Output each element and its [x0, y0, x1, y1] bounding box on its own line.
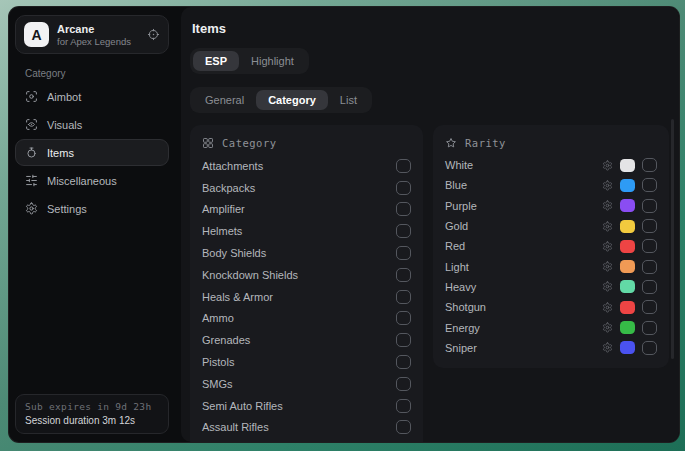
category-label: Grenades — [202, 334, 396, 346]
loot-icon — [25, 146, 38, 159]
sliders-icon — [25, 174, 38, 187]
color-swatch[interactable] — [620, 240, 635, 253]
gear-icon[interactable] — [602, 221, 613, 232]
checkbox[interactable] — [396, 420, 411, 434]
desktop-background: A Arcane for Apex Legends Category Aimbo… — [0, 0, 685, 451]
checkbox[interactable] — [396, 246, 411, 260]
sidebar-item-label: Settings — [47, 203, 87, 215]
category-row-lmgs: LMGs — [202, 438, 411, 442]
sidebar-item-miscellaneous[interactable]: Miscellaneous — [15, 167, 169, 194]
crosshair-icon — [25, 90, 38, 103]
checkbox[interactable] — [396, 399, 411, 413]
gear-icon[interactable] — [602, 241, 613, 252]
tab-highlight[interactable]: Highlight — [239, 51, 306, 71]
checkbox[interactable] — [396, 202, 411, 216]
rarity-label: Sniper — [445, 342, 602, 354]
rarity-row-light: Light — [445, 256, 657, 276]
checkbox[interactable] — [642, 300, 657, 314]
rarity-label: Gold — [445, 220, 602, 232]
checkbox[interactable] — [396, 290, 411, 304]
rarity-label: Red — [445, 240, 602, 252]
sidebar: A Arcane for Apex Legends Category Aimbo… — [9, 7, 175, 442]
tab-general[interactable]: General — [193, 90, 256, 110]
panels: Category AttachmentsBackpacksAmplifierHe… — [190, 125, 669, 442]
app-window: A Arcane for Apex Legends Category Aimbo… — [8, 6, 680, 443]
sub-expiry-text: Sub expires in 9d 23h — [25, 401, 159, 412]
sidebar-spacer — [15, 223, 169, 394]
rarity-row-red: Red — [445, 236, 657, 256]
rarity-row-heavy: Heavy — [445, 277, 657, 297]
category-label: Heals & Armor — [202, 291, 396, 303]
gear-icon[interactable] — [602, 160, 613, 171]
checkbox[interactable] — [642, 199, 657, 213]
color-swatch[interactable] — [620, 260, 635, 273]
checkbox[interactable] — [642, 158, 657, 172]
color-swatch[interactable] — [620, 280, 635, 293]
checkbox[interactable] — [396, 181, 411, 195]
category-label: Assault Rifles — [202, 421, 396, 433]
main-panel: Items ESPHighlight GeneralCategoryList C… — [181, 7, 679, 442]
rarity-label: Light — [445, 261, 602, 273]
color-swatch[interactable] — [620, 179, 635, 192]
category-row-knockdown-shields: Knockdown Shields — [202, 264, 411, 286]
checkbox[interactable] — [642, 260, 657, 274]
checkbox[interactable] — [396, 224, 411, 238]
checkbox[interactable] — [642, 239, 657, 253]
rarity-row-sniper: Sniper — [445, 338, 657, 358]
category-label: Helmets — [202, 225, 396, 237]
tab-category[interactable]: Category — [256, 90, 328, 110]
category-row-ammo: Ammo — [202, 308, 411, 330]
tab-list[interactable]: List — [328, 90, 369, 110]
sidebar-item-items[interactable]: Items — [15, 139, 169, 166]
gear-icon[interactable] — [602, 180, 613, 191]
color-swatch[interactable] — [620, 341, 635, 354]
gear-icon[interactable] — [602, 342, 613, 353]
color-swatch[interactable] — [620, 301, 635, 314]
checkbox[interactable] — [642, 321, 657, 335]
color-swatch[interactable] — [620, 199, 635, 212]
rarity-row-gold: Gold — [445, 216, 657, 236]
rarity-label: Blue — [445, 179, 602, 191]
category-label: Ammo — [202, 312, 396, 324]
color-swatch[interactable] — [620, 220, 635, 233]
category-row-helmets: Helmets — [202, 220, 411, 242]
sidebar-item-aimbot[interactable]: Aimbot — [15, 83, 169, 110]
checkbox[interactable] — [396, 377, 411, 391]
rarity-row-blue: Blue — [445, 175, 657, 195]
gear-icon[interactable] — [602, 322, 613, 333]
app-subtitle: for Apex Legends — [57, 36, 139, 47]
view-tabs: GeneralCategoryList — [190, 87, 372, 113]
session-duration-text: Session duration 3m 12s — [25, 415, 159, 426]
rarity-panel: Rarity WhiteBluePurpleGoldRedLightHeavyS… — [433, 125, 669, 368]
rarity-label: Purple — [445, 200, 602, 212]
checkbox[interactable] — [396, 159, 411, 173]
checkbox[interactable] — [642, 219, 657, 233]
checkbox[interactable] — [642, 280, 657, 294]
checkbox[interactable] — [396, 311, 411, 325]
scan-eye-icon — [25, 118, 38, 131]
checkbox[interactable] — [642, 178, 657, 192]
sidebar-item-label: Items — [47, 147, 74, 159]
checkbox[interactable] — [396, 268, 411, 282]
app-name: Arcane — [57, 23, 139, 35]
checkbox[interactable] — [642, 341, 657, 355]
target-icon[interactable] — [147, 28, 160, 41]
star-icon — [445, 137, 457, 149]
scrollbar[interactable] — [671, 119, 674, 359]
gear-icon[interactable] — [602, 302, 613, 313]
color-swatch[interactable] — [620, 321, 635, 334]
sidebar-item-visuals[interactable]: Visuals — [15, 111, 169, 138]
checkbox[interactable] — [396, 333, 411, 347]
color-swatch[interactable] — [620, 159, 635, 172]
gear-icon[interactable] — [602, 281, 613, 292]
category-row-pistols: Pistols — [202, 351, 411, 373]
sidebar-item-settings[interactable]: Settings — [15, 195, 169, 222]
gear-icon[interactable] — [602, 261, 613, 272]
app-logo: A — [24, 22, 49, 47]
tab-esp[interactable]: ESP — [193, 51, 239, 71]
checkbox[interactable] — [396, 355, 411, 369]
app-header: A Arcane for Apex Legends — [15, 15, 169, 54]
mode-tabs: ESPHighlight — [190, 48, 309, 74]
category-label: Attachments — [202, 160, 396, 172]
gear-icon[interactable] — [602, 200, 613, 211]
